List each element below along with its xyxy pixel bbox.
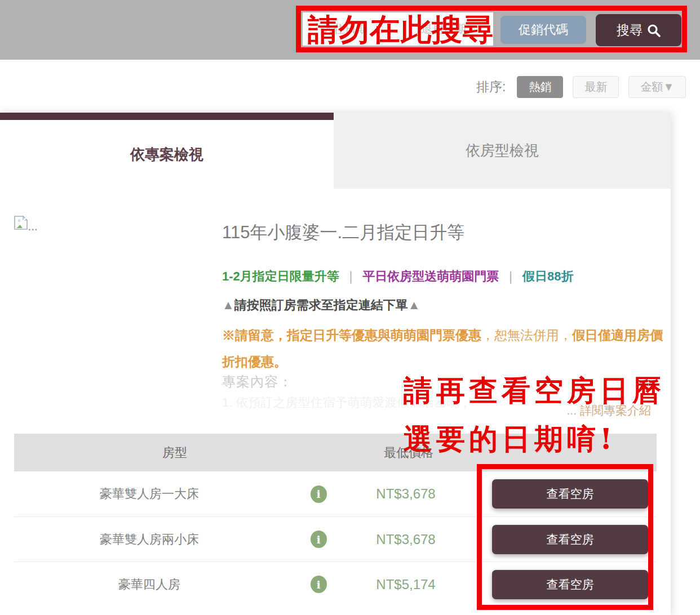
sort-label: 排序: bbox=[476, 78, 506, 96]
broken-image-icon: ... bbox=[14, 216, 48, 241]
package-warning: ※請留意，指定日升等優惠與萌萌園門票優惠，恕無法併用，假日僅適用房價折扣優惠。 bbox=[222, 322, 666, 375]
table-row: 豪華雙人房兩小床 i NT$3,678 查看空房 bbox=[14, 516, 657, 561]
warning-normal: ，恕無法併用， bbox=[481, 328, 572, 342]
view-tabs: 依專案檢視 依房型檢視 bbox=[0, 113, 671, 189]
triangle-up-icon: ▲ bbox=[408, 298, 420, 312]
check-availability-button[interactable]: 查看空房 bbox=[492, 479, 648, 509]
warning-bold-1: ※請留意，指定日升等優惠與萌萌園門票優惠 bbox=[222, 328, 481, 342]
check-availability-button[interactable]: 查看空房 bbox=[492, 570, 648, 599]
sort-newest-button[interactable]: 最新 bbox=[573, 76, 619, 98]
room-table-header: 房型 最低價格 bbox=[14, 434, 657, 471]
room-name: 豪華雙人房兩小床 bbox=[14, 531, 285, 548]
package-content-faded-line: 1. 依預訂之房型住宿予萌萌愛渡假酒店乙晚， bbox=[222, 394, 471, 411]
sort-amount-button[interactable]: 金額▼ bbox=[628, 76, 686, 98]
room-name: 豪華雙人房一大床 bbox=[14, 485, 285, 502]
sort-hot-button[interactable]: 熱銷 bbox=[517, 76, 563, 98]
triangle-up-icon: ▲ bbox=[222, 298, 234, 312]
info-icon[interactable]: i bbox=[311, 576, 327, 593]
sort-row: 排序: 熱銷 最新 金額▼ bbox=[476, 75, 686, 98]
page: 入住日期 退房日期 促銷代碼 搜尋 請勿在此搜尋 排序: 熱銷 最新 金額▼ 依… bbox=[0, 0, 700, 615]
tab-by-room-type[interactable]: 依房型檢視 bbox=[334, 113, 671, 189]
tab-by-package[interactable]: 依專案檢視 bbox=[0, 113, 334, 189]
ellipsis-text: ... bbox=[566, 404, 577, 417]
search-button[interactable]: 搜尋 bbox=[596, 14, 681, 46]
package-notice-text: 請按照訂房需求至指定連結下單 bbox=[234, 298, 408, 312]
package-more: ...詳閱專案介紹 bbox=[566, 403, 651, 418]
annotation-search-box: 入住日期 退房日期 促銷代碼 搜尋 請勿在此搜尋 bbox=[296, 6, 687, 52]
room-price: NT$3,678 bbox=[352, 486, 459, 502]
tag-discount: 假日88折 bbox=[522, 269, 573, 283]
table-row: 豪華雙人房一大床 i NT$3,678 查看空房 bbox=[14, 471, 657, 516]
broken-image-alt-text: ... bbox=[28, 222, 38, 233]
search-icon bbox=[647, 24, 661, 37]
package-notice: ▲請按照訂房需求至指定連結下單▲ bbox=[222, 297, 420, 314]
package-title: 115年小腹婆一.二月指定日升等 bbox=[222, 221, 464, 244]
room-name: 豪華四人房 bbox=[14, 576, 285, 593]
package-content-label: 專案內容： bbox=[222, 373, 293, 391]
results-card: 依專案檢視 依房型檢視 ... 115年小腹婆一.二月指定日升等 1-2月指定日… bbox=[0, 113, 671, 615]
room-price: NT$5,174 bbox=[352, 577, 459, 592]
header-room-type: 房型 bbox=[14, 444, 335, 461]
tag-ticket: 平日依房型送萌萌園門票 bbox=[362, 269, 499, 283]
tag-separator: ｜ bbox=[504, 269, 517, 283]
room-table: 房型 最低價格 豪華雙人房一大床 i NT$3,678 查看空房 豪華雙人房兩小… bbox=[14, 434, 657, 607]
search-topbar: 入住日期 退房日期 促銷代碼 搜尋 請勿在此搜尋 bbox=[0, 0, 700, 60]
table-row: 豪華四人房 i NT$5,174 查看空房 bbox=[14, 561, 657, 607]
info-icon[interactable]: i bbox=[311, 485, 327, 503]
room-price: NT$3,678 bbox=[352, 532, 459, 547]
search-button-label: 搜尋 bbox=[617, 21, 643, 39]
package-tags: 1-2月指定日限量升等｜平日依房型送萌萌園門票｜假日88折 bbox=[222, 268, 573, 285]
package-detail-link[interactable]: 詳閱專案介紹 bbox=[580, 404, 651, 417]
promo-code-button[interactable]: 促銷代碼 bbox=[500, 16, 586, 44]
annotation-no-search-text: 請勿在此搜尋 bbox=[308, 10, 494, 51]
broken-image-glyph bbox=[14, 216, 28, 233]
tag-upgrade: 1-2月指定日限量升等 bbox=[222, 269, 339, 283]
tag-separator: ｜ bbox=[345, 269, 357, 283]
header-lowest-price: 最低價格 bbox=[335, 444, 482, 461]
info-icon[interactable]: i bbox=[311, 531, 327, 548]
check-availability-button[interactable]: 查看空房 bbox=[492, 525, 648, 554]
